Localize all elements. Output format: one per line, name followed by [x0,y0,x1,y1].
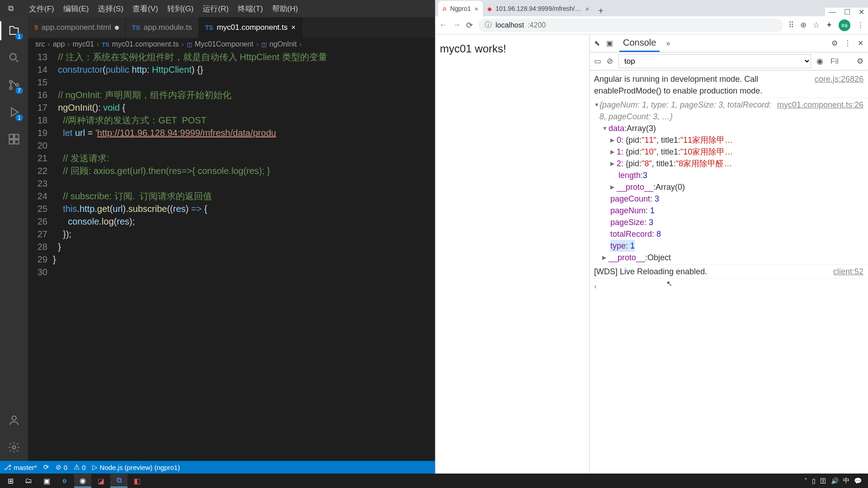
device-toggle-icon[interactable]: ▣ [606,39,613,47]
edge-icon[interactable]: e [56,474,73,488]
svg-point-2 [9,87,12,89]
console-tab[interactable]: Console [619,35,660,52]
devtools-panel: ⬉ ▣ Console » ⚙ ⋮ ✕ ▭ ⊘ top ◉ ⚙ [589,34,868,474]
menu-item[interactable]: 帮助(H) [268,2,303,16]
tab-title: 101.96.128.94:9999/mfresh/da [495,5,581,12]
menu-item[interactable]: 转到(G) [163,2,198,16]
file-type-icon: TS [102,41,109,48]
notifications-icon[interactable]: 💬 [854,477,862,484]
console-output[interactable]: core.js:26826 Angular is running in deve… [590,70,868,474]
zoom-icon[interactable]: ⊕ [800,20,807,30]
breadcrumb-symbol[interactable]: Myc01Component [195,40,254,48]
window-minimize-icon[interactable]: — [829,8,836,16]
code-editor[interactable]: 131415161718192021222324252627282930 // … [28,51,435,461]
file-explorer-icon[interactable]: 🗂 [20,474,37,488]
devtools-settings-icon[interactable]: ⚙ [831,39,838,47]
svg-point-0 [10,54,16,60]
sync-icon[interactable]: ⟳ [43,463,49,471]
menu-item[interactable]: 选择(S) [93,2,128,16]
debug-icon[interactable]: 1 [7,105,21,119]
breadcrumb-folder[interactable]: app [53,40,65,48]
tab-title: Ngpro1 [450,5,471,12]
chrome-icon[interactable]: ◉ [74,474,91,488]
console-prompt[interactable]: › [590,279,868,294]
git-branch[interactable]: ⎇master* [4,463,37,471]
caret-down-icon[interactable]: ▼ [594,99,599,111]
settings-gear-icon[interactable] [7,440,21,455]
browser-menu-icon[interactable]: ⋮ [857,20,864,30]
search-icon[interactable] [7,51,21,65]
battery-icon[interactable]: ▯ [812,477,816,484]
window-maximize-icon[interactable]: ☐ [844,8,850,16]
tab-label: myc01.component.ts [217,23,288,32]
extensions-puzzle-icon[interactable]: ✦ [826,20,832,30]
console-settings-icon[interactable]: ⚙ [857,56,863,66]
caret-right-icon[interactable]: ▶ [610,158,617,169]
browser-tab[interactable]: ◆101.96.128.94:9999/mfresh/da× [483,1,594,16]
editor-tab[interactable]: TSapp.module.ts [126,17,199,38]
menu-item[interactable]: 文件(F) [24,2,59,16]
translate-icon[interactable]: ⠿ [788,20,794,30]
caret-right-icon[interactable]: ▶ [602,252,609,263]
breadcrumb-symbol[interactable]: ngOnInit [269,40,297,48]
object-summary[interactable]: {pageNum: 1, type: 1, pageSize: 3, total… [599,99,777,122]
tab-label: app.component.html [42,23,111,32]
back-button-icon[interactable]: ← [439,20,447,30]
devtools-menu-icon[interactable]: ⋮ [844,39,851,47]
close-icon[interactable]: × [291,23,295,32]
wifi-icon[interactable]: ⚿ [820,477,826,484]
start-button-icon[interactable]: ⊞ [2,474,19,488]
new-tab-button[interactable]: + [594,6,608,16]
clear-console-icon[interactable]: ⊘ [607,56,613,66]
editor-tab[interactable]: 5app.component.html [28,17,126,38]
reload-button-icon[interactable]: ⟳ [466,20,473,30]
devtools-close-icon[interactable]: ✕ [858,39,863,47]
source-link[interactable]: core.js:26826 [815,73,863,85]
runtime-status[interactable]: ▷Node.js (preview) (ngpro1) [92,463,180,471]
caret-right-icon[interactable]: ▶ [610,181,617,193]
menu-item[interactable]: 查看(V) [128,2,163,16]
caret-right-icon[interactable]: ▶ [610,146,617,158]
url-input[interactable]: ⓘ localhost:4200 [478,19,783,32]
source-link[interactable]: client:52 [833,266,863,277]
site-info-icon[interactable]: ⓘ [485,20,492,30]
ime-icon[interactable]: 中 [843,477,849,485]
app-icon-2[interactable]: ◧ [128,474,146,488]
console-sidebar-toggle-icon[interactable]: ▭ [594,56,601,66]
caret-right-icon[interactable]: ▶ [610,134,617,146]
caret-down-icon[interactable]: ▼ [602,122,609,134]
breadcrumb-folder[interactable]: src [35,40,45,48]
bookmark-star-icon[interactable]: ☆ [813,20,820,30]
editor-tabs: 5app.component.htmlTSapp.module.tsTSmyc0… [28,17,435,38]
editor-tab[interactable]: TSmyc01.component.ts× [199,17,302,38]
volume-icon[interactable]: 🔊 [831,477,839,484]
menu-item[interactable]: 终端(T) [233,2,268,16]
close-icon[interactable]: × [475,5,479,13]
problems[interactable]: ⊘0 ⚠0 [56,463,86,471]
status-bar: ⎇master* ⟳ ⊘0 ⚠0 ▷Node.js (preview) (ngp… [0,461,435,474]
source-link[interactable]: myc01.component.ts:26 [777,99,863,111]
profile-avatar[interactable]: ea [839,19,850,31]
window-close-icon[interactable]: ✕ [859,8,864,16]
debug-badge: 1 [15,114,23,121]
menu-item[interactable]: 运行(R) [198,2,233,16]
tray-expand-icon[interactable]: ˄ [804,477,807,484]
live-expression-icon[interactable]: ◉ [816,56,823,66]
app-icon[interactable]: ◪ [92,474,109,488]
context-selector[interactable]: top [618,54,811,68]
menu-item[interactable]: 编辑(E) [59,2,94,16]
vscode-taskbar-icon[interactable]: ⧉ [110,474,127,488]
more-tabs-icon[interactable]: » [666,39,670,47]
terminal-icon[interactable]: ▣ [38,474,55,488]
inspect-element-icon[interactable]: ⬉ [594,39,600,47]
browser-tab[interactable]: ANgpro1× [438,1,483,16]
filter-input[interactable] [829,55,851,68]
account-icon[interactable] [7,413,21,427]
scm-icon[interactable]: 7 [7,78,21,92]
close-icon[interactable]: × [585,5,590,13]
breadcrumb-folder[interactable]: myc01 [73,40,94,48]
extensions-icon[interactable] [7,132,21,146]
explorer-icon[interactable]: 1 [7,23,21,38]
breadcrumb-file[interactable]: myc01.component.ts [112,40,179,48]
breadcrumb[interactable]: src › app › myc01 › TS myc01.component.t… [28,38,435,51]
